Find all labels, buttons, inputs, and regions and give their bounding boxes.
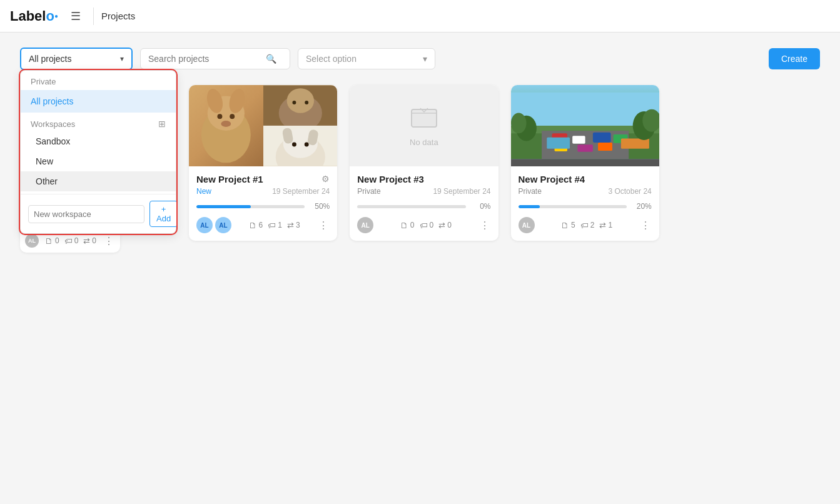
dog-collage-right [263,85,338,166]
partial-avatars: AL [25,234,39,248]
project-card-3: No data New Project #3 Private 19 Septem… [350,85,498,241]
project-4-progress-fill [519,205,540,208]
workspace-item-other[interactable]: Other [21,171,176,191]
project-4-tasks-count: 1 [608,221,612,229]
project-4-more-button[interactable]: ⋮ [639,219,652,231]
partial-stats: 🗋 0 🏷 0 ⇄ 0 [45,236,96,246]
project-3-date: 19 September 24 [433,187,490,196]
logo-dot: o [46,8,54,24]
partial-files-count: 0 [55,236,59,245]
project-1-status: New [196,187,211,196]
avatar-3: AL [357,217,373,233]
partial-task-icon: ⇄ [83,236,90,246]
new-workspace-input[interactable] [28,205,144,223]
page-title: Projects [101,11,135,21]
partial-file-icon: 🗋 [45,236,53,246]
dropdown-private-label: Private [21,71,176,90]
select-option-dropdown[interactable]: Select option ▾ [298,48,435,69]
search-input[interactable] [148,54,261,64]
partial-labels: 🏷 0 [64,236,79,246]
svg-point-6 [221,121,231,127]
partial-tasks-count: 0 [92,236,96,245]
project-1-avatars: AL AL [196,217,231,233]
project-1-title-row: New Project #1 ⚙ [196,174,330,184]
project-4-tasks-stat: ⇄ 1 [599,221,612,230]
hamburger-button[interactable]: ☰ [66,7,86,26]
project-3-tasks-count: 0 [447,221,452,229]
project-1-progress-pct: 50% [310,202,330,211]
header-divider [93,8,94,25]
project-3-tasks-stat: ⇄ 0 [438,221,452,230]
label-icon: 🏷 [268,221,276,230]
project-3-progress-bar [357,205,465,208]
add-workspace-button[interactable]: + Add [149,201,178,227]
project-1-stats: 🗋 6 🏷 1 ⇄ 3 [249,221,300,230]
svg-point-16 [304,143,308,147]
all-projects-label: All projects [29,54,71,64]
project-1-title: New Project #1 [196,174,263,184]
avatar-2: AL [215,217,231,233]
workspaces-label: Workspaces [31,119,75,129]
svg-point-15 [292,143,296,147]
workspace-settings-icon[interactable]: ⊞ [158,119,166,129]
task-icon-3: ⇄ [438,221,445,230]
task-icon-4: ⇄ [599,221,606,230]
project-4-labels-count: 2 [590,221,595,229]
project-1-progress-bar [196,205,305,208]
project-3-progress-pct: 0% [471,202,491,211]
project-4-progress-row: 20% [519,202,652,211]
project-1-labels-count: 1 [278,221,282,229]
project-4-progress-pct: 20% [632,202,652,211]
project-1-body: New Project #1 ⚙ New 19 September 24 50%… [189,166,337,241]
svg-rect-30 [577,144,593,151]
svg-rect-31 [598,143,612,151]
label-icon-3: 🏷 [420,221,428,230]
label-icon-4: 🏷 [580,221,589,230]
dropdown-all-projects-item[interactable]: All projects [21,90,176,113]
project-4-files-count: 5 [571,221,575,229]
project-4-body: New Project #4 Private 3 October 24 20% … [511,166,659,241]
all-projects-dropdown[interactable]: All projects ▾ [20,48,133,70]
svg-point-10 [292,101,296,104]
project-4-image [511,85,659,166]
partial-more-button[interactable]: ⋮ [103,235,115,247]
project-3-image-placeholder: No data [350,85,498,166]
project-4-date: 3 October 24 [608,187,651,196]
project-4-labels-stat: 🏷 2 [580,221,595,230]
all-projects-dropdown-menu: Private All projects Workspaces ⊞ Sandbo… [20,70,176,234]
workspace-item-sandbox[interactable]: Sandbox [21,131,176,151]
project-1-more-button[interactable]: ⋮ [317,219,330,231]
partial-files: 🗋 0 [45,236,59,246]
project-1-footer: AL AL 🗋 6 🏷 1 ⇄ [196,217,330,233]
project-1-date: 19 September 24 [272,187,330,196]
project-3-body: New Project #3 Private 19 September 24 0… [350,166,498,241]
project-1-progress-fill [196,205,251,208]
partial-label-icon: 🏷 [64,236,73,246]
svg-rect-33 [620,138,649,148]
svg-point-11 [305,101,308,104]
project-3-title-row: New Project #3 [357,174,490,184]
dog-image-right-top [263,85,338,126]
svg-rect-26 [572,136,585,143]
create-button[interactable]: Create [769,48,820,69]
project-4-files-stat: 🗋 5 [561,221,575,230]
workspaces-section-header: Workspaces ⊞ [21,113,176,131]
file-icon: 🗋 [249,221,257,230]
project-4-footer: AL 🗋 5 🏷 2 ⇄ 1 [519,217,652,233]
project-3-avatars: AL [357,217,373,233]
project-card-4: New Project #4 Private 3 October 24 20% … [511,85,659,241]
dog-image-left [189,85,263,166]
project-3-meta: Private 19 September 24 [357,187,490,196]
svg-point-36 [511,113,527,134]
project-3-more-button[interactable]: ⋮ [478,219,491,231]
project-1-settings-icon[interactable]: ⚙ [321,174,330,184]
partial-card-footer: AL 🗋 0 🏷 0 ⇄ 0 ⋮ [25,234,115,248]
project-1-meta: New 19 September 24 [196,187,330,196]
logo-text: Label [10,8,46,24]
chevron-down-icon: ▾ [120,54,124,63]
project-1-files-count: 6 [259,221,263,229]
project-3-labels-count: 0 [430,221,434,229]
avatar-1: AL [196,217,213,233]
workspace-item-new[interactable]: New [21,151,176,171]
project-card-1: New Project #1 ⚙ New 19 September 24 50%… [189,85,337,241]
